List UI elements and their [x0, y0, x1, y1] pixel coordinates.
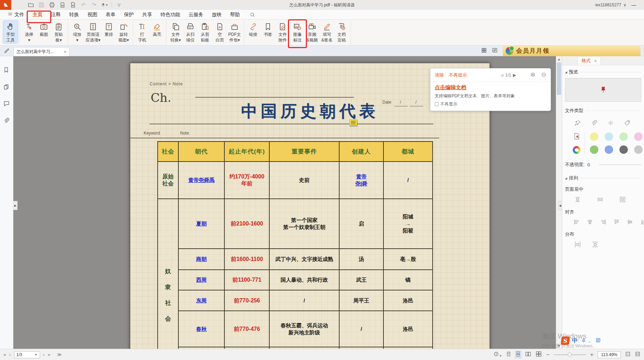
menu-search-icon[interactable]	[245, 10, 259, 19]
ribbon-button-zoom[interactable]: 缩放▾	[70, 21, 85, 43]
open-file-icon[interactable]	[27, 1, 34, 8]
zoom-percentage[interactable]: 113.49%	[598, 351, 621, 358]
redo-icon[interactable]: ↷	[91, 1, 98, 8]
sidebar-comments-icon[interactable]	[3, 100, 10, 108]
zoom-slider[interactable]	[554, 354, 586, 355]
ime-mic-icon[interactable]	[581, 338, 586, 344]
zoom-slider-knob[interactable]	[568, 353, 572, 356]
collapse-triangle-icon[interactable]: ◢	[565, 177, 567, 180]
collapse-triangle-icon[interactable]: ◢	[565, 71, 567, 74]
minimize-button[interactable]: —	[629, 2, 639, 8]
dont-show-checkbox[interactable]	[435, 102, 439, 106]
pushpin-type-icon[interactable]	[574, 119, 581, 127]
paperclip-type-icon[interactable]	[591, 119, 598, 127]
table-link[interactable]: 春秋	[196, 326, 207, 333]
document-tab[interactable]: 怎么面对高中学习... ×	[13, 47, 70, 56]
note-annotation-icon[interactable]	[349, 119, 357, 126]
ribbon-button-from-scanner[interactable]: 从扫描仪	[183, 21, 198, 43]
distribute-horizontally-icon[interactable]	[574, 241, 581, 249]
color-swatch-8[interactable]	[634, 145, 643, 154]
ribbon-button-audio-video[interactable]: 音频&视频	[305, 21, 320, 43]
membership-banner[interactable]: 会员月月领	[503, 46, 640, 56]
menu-tab-注释[interactable]: 注释	[47, 10, 65, 20]
create-pdf-icon[interactable]	[59, 1, 66, 8]
center-both-icon[interactable]	[619, 196, 626, 204]
ribbon-button-rotate-view[interactable]: 旋转视图▾	[116, 21, 131, 43]
first-page-icon[interactable]: «	[4, 352, 6, 357]
center-vertically-icon[interactable]	[574, 196, 581, 204]
attach-pin-style-icon[interactable]	[573, 132, 580, 141]
account-name[interactable]: wx118615277	[595, 2, 621, 7]
fit-width-icon[interactable]	[635, 351, 640, 358]
continuous-view-icon[interactable]	[515, 351, 521, 358]
align-center-h-icon[interactable]	[587, 219, 593, 226]
ribbon-button-clipboard[interactable]: 剪贴板▾	[51, 21, 66, 43]
menu-tab-视图[interactable]: 视图	[83, 10, 101, 20]
ribbon-button-from-clipboard[interactable]: 从剪贴板	[198, 21, 212, 43]
menu-tab-保护[interactable]: 保护	[120, 10, 138, 20]
menu-tab-特色功能[interactable]: 特色功能	[156, 10, 184, 20]
last-page-icon[interactable]: »	[48, 352, 50, 357]
ribbon-button-blank-page[interactable]: 空白页	[212, 21, 227, 43]
align-left-icon[interactable]	[573, 219, 580, 226]
swap-view-icon[interactable]	[492, 47, 498, 54]
edit-pencil-icon[interactable]	[0, 48, 13, 54]
menu-tab-帮助[interactable]: 帮助	[226, 10, 244, 20]
menu-tab-表单[interactable]: 表单	[101, 10, 120, 20]
format-tab-close-icon[interactable]: ×	[594, 58, 597, 64]
ribbon-button-select[interactable]: 选择▾	[22, 21, 37, 43]
scrollbar-thumb[interactable]	[557, 63, 561, 95]
align-bottom-icon[interactable]	[640, 219, 644, 226]
ribbon-button-snapshot[interactable]: 截图	[37, 21, 51, 38]
table-link[interactable]: 商朝	[196, 256, 207, 263]
color-swatch-2[interactable]	[605, 132, 613, 141]
custom-color-wheel-icon[interactable]	[573, 146, 580, 154]
page-number-selector[interactable]: 1/3▼	[14, 351, 40, 358]
panel-collapse-handle[interactable]: ◀	[558, 201, 562, 210]
notification-next-icon[interactable]: ▶	[513, 73, 516, 78]
ime-chinese-mode-icon[interactable]: 中’	[572, 337, 579, 345]
menu-tab-转换[interactable]: 转换	[65, 10, 83, 20]
ribbon-button-link[interactable]: 链接	[246, 21, 261, 38]
opacity-slider[interactable]	[599, 164, 641, 165]
zoom-out-icon[interactable]: −	[546, 352, 549, 358]
center-horizontally-icon[interactable]	[597, 196, 604, 204]
hand-quick-icon[interactable]: ▼	[101, 1, 108, 8]
notification-settings-icon[interactable]	[530, 72, 535, 78]
table-link[interactable]: 夏朝	[196, 220, 207, 227]
document-tab-close-icon[interactable]: ×	[64, 49, 66, 54]
notification-collapse-icon[interactable]	[541, 72, 546, 78]
menu-tab-文件[interactable]: 文件	[4, 10, 28, 20]
ribbon-button-bookmark[interactable]: 书签	[261, 21, 275, 38]
sidebar-pages-icon[interactable]	[3, 84, 10, 91]
undo-icon[interactable]: ↶	[80, 1, 87, 8]
table-link[interactable]: 西周	[196, 276, 207, 283]
ime-menu-icon[interactable]	[596, 338, 601, 344]
next-page-icon[interactable]: ›	[43, 352, 45, 357]
table-link[interactable]: 尧|舜	[355, 180, 367, 187]
color-swatch-1[interactable]	[590, 132, 598, 141]
align-top-icon[interactable]	[613, 219, 620, 226]
color-swatch-7[interactable]	[619, 145, 628, 154]
table-link[interactable]: 黄帝尧舜禹	[188, 177, 215, 184]
align-right-icon[interactable]	[600, 219, 606, 226]
new-page-icon[interactable]	[70, 1, 77, 8]
sidebar-attachments-icon[interactable]	[3, 117, 10, 125]
menu-tab-主页[interactable]: 主页	[28, 10, 47, 20]
menu-tab-放映[interactable]: 放映	[208, 10, 226, 20]
facing-view-icon[interactable]	[525, 351, 531, 358]
save-icon[interactable]	[38, 1, 45, 8]
ribbon-button-hand-tool[interactable]: 手型工具	[3, 21, 18, 43]
tag-type-icon[interactable]	[624, 119, 631, 127]
ribbon-button-file-convert[interactable]: 文件转换▾	[168, 21, 183, 43]
edit-document-link[interactable]: 点击编辑文档	[435, 84, 466, 90]
history-clock-icon[interactable]: ▼	[493, 351, 502, 358]
single-page-view-icon[interactable]	[506, 351, 511, 358]
account-caret-icon[interactable]: ∨	[623, 2, 626, 7]
ribbon-button-reflow[interactable]: 重排	[101, 21, 116, 38]
table-link[interactable]: 黄帝	[356, 173, 367, 180]
print-icon[interactable]	[48, 1, 55, 8]
menu-tab-共享[interactable]: 共享	[138, 10, 156, 20]
prev-page-icon[interactable]: ‹	[9, 352, 11, 357]
align-middle-v-icon[interactable]	[627, 219, 633, 226]
